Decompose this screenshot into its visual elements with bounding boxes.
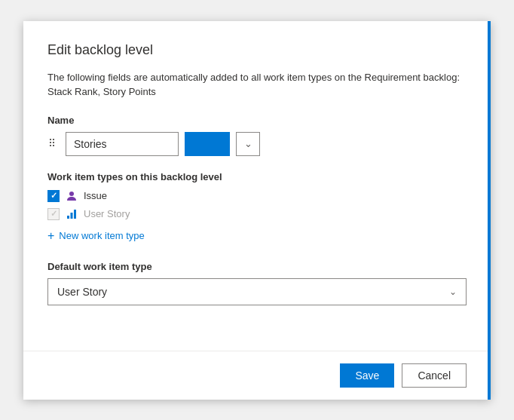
default-type-value: User Story	[57, 286, 107, 298]
save-button[interactable]: Save	[340, 363, 394, 388]
work-item-row: ✓ User Story	[47, 208, 467, 220]
name-input[interactable]	[66, 132, 179, 156]
edit-backlog-dialog: Edit backlog level The following fields …	[23, 21, 491, 400]
issue-icon	[66, 190, 78, 202]
dialog-footer: Save Cancel	[23, 351, 491, 400]
issue-checkbox[interactable]: ✓	[47, 190, 60, 202]
userstory-icon	[66, 208, 78, 220]
work-item-section-label: Work item types on this backlog level	[47, 171, 467, 182]
name-label: Name	[47, 115, 467, 126]
userstory-label: User Story	[84, 208, 130, 219]
svg-rect-1	[53, 139, 54, 140]
plus-icon: +	[47, 229, 54, 243]
color-dropdown-button[interactable]: ⌄	[236, 132, 260, 156]
svg-point-6	[69, 192, 74, 196]
svg-rect-2	[50, 142, 51, 143]
info-text: The following fields are automatically a…	[47, 70, 467, 100]
add-new-work-item-button[interactable]: + New work item type	[47, 229, 145, 243]
dialog-title: Edit backlog level	[47, 42, 467, 58]
svg-rect-9	[74, 210, 76, 219]
svg-rect-0	[50, 139, 51, 140]
right-accent-bar	[488, 21, 491, 400]
work-item-list: ✓ Issue ✓	[47, 190, 467, 220]
userstory-checkbox[interactable]: ✓	[47, 208, 60, 220]
drag-icon	[47, 136, 60, 152]
add-new-label: New work item type	[59, 230, 144, 241]
default-work-item-dropdown[interactable]: User Story ⌄	[47, 278, 467, 305]
chevron-down-icon: ⌄	[244, 138, 252, 149]
check-icon: ✓	[50, 191, 57, 201]
check-icon: ✓	[50, 209, 57, 219]
chevron-down-icon: ⌄	[449, 287, 457, 297]
svg-rect-8	[71, 213, 73, 219]
svg-rect-5	[53, 145, 54, 146]
svg-rect-7	[67, 216, 69, 219]
svg-rect-3	[53, 142, 54, 143]
svg-rect-4	[50, 145, 51, 146]
default-type-label: Default work item type	[47, 261, 467, 272]
color-picker-button[interactable]	[185, 132, 230, 156]
cancel-button[interactable]: Cancel	[402, 363, 467, 388]
work-item-row: ✓ Issue	[47, 190, 467, 202]
name-row: ⌄	[47, 132, 467, 156]
issue-label: Issue	[84, 190, 107, 201]
